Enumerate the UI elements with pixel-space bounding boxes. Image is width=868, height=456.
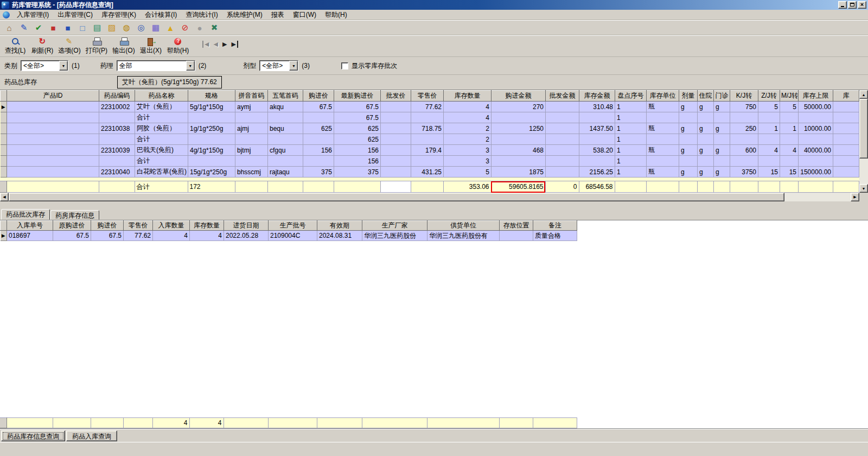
column-header[interactable]: 有效期 — [317, 221, 362, 231]
column-header[interactable]: 购进价 — [303, 91, 334, 102]
column-header[interactable]: 零售价 — [411, 91, 444, 102]
column-header[interactable]: 生产厂家 — [362, 221, 427, 231]
printer-red-icon[interactable]: ■ — [47, 22, 59, 34]
column-header[interactable]: 药品名称 — [135, 91, 188, 102]
maximize-button[interactable] — [848, 1, 857, 9]
menu-item-2[interactable]: 库存管理(K) — [97, 9, 141, 21]
column-header[interactable]: 盘点序号 — [615, 91, 647, 102]
next-record-button[interactable]: ▶ — [222, 41, 227, 48]
table-row[interactable]: 44 — [0, 418, 577, 428]
table-row[interactable]: 合计62521 — [1, 134, 859, 145]
vertical-scrollbar[interactable]: ▲ ▼ — [859, 90, 868, 193]
forbidden-icon[interactable]: ⊘ — [179, 22, 191, 34]
export-button[interactable]: 输出(O) — [110, 36, 137, 56]
magnifier-icon[interactable]: ◎ — [135, 22, 147, 34]
menu-item-7[interactable]: 窗口(W) — [289, 9, 321, 21]
menu-item-4[interactable]: 查询统计(I) — [181, 9, 222, 21]
scroll-left-icon[interactable]: ◀ — [0, 193, 9, 201]
category-select[interactable]: <全部> ▼ — [21, 60, 68, 71]
table-row[interactable]: ▶22310002艾叶（免煎）5g/1g*150gaymjakqu67.567.… — [1, 102, 859, 112]
close-button[interactable]: × — [858, 1, 866, 9]
prev-record-button[interactable]: ◀ — [213, 41, 218, 48]
monitor-icon[interactable]: □ — [76, 22, 88, 34]
column-header[interactable]: 库存金额 — [579, 91, 615, 102]
first-record-button[interactable]: ◀ — [202, 41, 209, 48]
table-row[interactable]: 合计15631 — [1, 156, 859, 167]
column-header[interactable]: 药品编码 — [99, 91, 135, 102]
scroll-right-icon[interactable]: ▶ — [851, 193, 859, 201]
menu-item-8[interactable]: 帮助(H) — [321, 9, 352, 21]
zero-stock-checkbox[interactable] — [341, 62, 348, 69]
refresh-button[interactable]: 刷新(R) — [29, 36, 56, 56]
column-header[interactable]: 库存数量 — [190, 221, 224, 231]
menu-item-5[interactable]: 系统维护(M) — [222, 9, 267, 21]
table-row[interactable]: 22310040白花蛇舌草(免煎)15g/1g*250gbhsscmjrajta… — [1, 167, 859, 178]
table-row[interactable]: 合计67.541 — [1, 112, 859, 123]
column-header[interactable] — [1, 221, 7, 231]
print-button[interactable]: 打印(P) — [83, 36, 110, 56]
calculator-icon[interactable]: ▦ — [150, 22, 162, 34]
column-header[interactable]: M/J转 — [780, 91, 799, 102]
column-header[interactable] — [1, 91, 7, 102]
horizontal-scroll-thumb[interactable] — [9, 193, 784, 201]
column-header[interactable]: 库 — [833, 91, 859, 102]
options-button[interactable]: 选项(O) — [56, 36, 83, 56]
last-record-button[interactable]: ▶ — [231, 41, 238, 48]
edit-document-icon[interactable]: ✎ — [18, 22, 30, 34]
table-row[interactable]: 22310039巴戟天(免煎)4g/1g*150gbjtmjcfgqu15615… — [1, 145, 859, 156]
column-header[interactable]: 入库单号 — [7, 221, 53, 231]
column-header[interactable]: 五笔首码 — [268, 91, 303, 102]
tab-batch-inventory[interactable]: 药品批次库存 — [1, 209, 50, 220]
approve-icon[interactable]: ✔ — [33, 22, 44, 34]
tab-inbound-query[interactable]: 药品入库查询 — [66, 430, 117, 441]
chevron-down-icon[interactable]: ▼ — [186, 61, 195, 71]
column-header[interactable]: 批发价 — [381, 91, 411, 102]
column-header[interactable]: 零售价 — [124, 221, 153, 231]
column-header[interactable]: 住院 — [698, 91, 714, 102]
dosage-form-select[interactable]: <全部> ▼ — [259, 60, 298, 71]
tab-pharmacy-inventory[interactable]: 药房库存信息 — [50, 210, 99, 220]
column-header[interactable]: 库存数量 — [444, 91, 492, 102]
horizontal-scrollbar[interactable]: ◀ ▶ — [0, 193, 859, 201]
sphere-icon[interactable]: ● — [194, 22, 206, 34]
column-header[interactable]: 最新购进价 — [334, 91, 381, 102]
column-header[interactable]: 批发金额 — [546, 91, 579, 102]
tab-inventory-query[interactable]: 药品库存信息查询 — [1, 430, 65, 441]
column-header[interactable]: 原购进价 — [53, 221, 91, 231]
column-header[interactable]: 进货日期 — [224, 221, 269, 231]
column-header[interactable]: 规格 — [188, 91, 235, 102]
minimize-button[interactable] — [838, 1, 847, 9]
column-header[interactable]: 购进价 — [91, 221, 124, 231]
column-header[interactable]: 库存单位 — [647, 91, 679, 102]
column-header[interactable]: 生产批号 — [269, 221, 317, 231]
column-header[interactable]: 存放位置 — [500, 221, 533, 231]
menu-item-3[interactable]: 会计核算(I) — [141, 9, 181, 21]
search-document-icon[interactable]: ▨ — [106, 22, 118, 34]
exit-door-icon[interactable]: ⌂ — [3, 22, 15, 34]
column-header[interactable]: 备注 — [533, 221, 577, 231]
coins-icon[interactable]: ◍ — [120, 22, 132, 34]
column-header[interactable]: K/J转 — [730, 91, 758, 102]
scroll-up-icon[interactable]: ▲ — [859, 90, 868, 99]
vertical-scroll-thumb[interactable] — [859, 99, 868, 159]
chevron-down-icon[interactable]: ▼ — [289, 61, 298, 71]
chevron-down-icon[interactable]: ▼ — [59, 61, 68, 71]
menu-item-6[interactable]: 报表 — [267, 9, 289, 21]
table-row[interactable]: ▶01869767.567.577.62442022.05.282109004C… — [1, 231, 577, 241]
save-icon[interactable]: ■ — [62, 22, 74, 34]
column-header[interactable]: 库存上限 — [799, 91, 833, 102]
pharmacology-select[interactable]: 全部 ▼ — [117, 60, 195, 71]
menu-item-0[interactable]: 入库管理(I) — [12, 9, 53, 21]
exit-button[interactable]: 退出(X) — [137, 36, 164, 56]
menu-item-1[interactable]: 出库管理(C) — [53, 9, 97, 21]
column-header[interactable]: 剂量 — [679, 91, 698, 102]
column-header[interactable]: 入库数量 — [153, 221, 190, 231]
column-header[interactable]: 门诊 — [714, 91, 730, 102]
thermometer-icon[interactable]: ▲ — [164, 22, 176, 34]
column-header[interactable]: 供货单位 — [427, 221, 500, 231]
column-header[interactable]: 拼音首码 — [235, 91, 268, 102]
column-header[interactable]: 产品ID — [7, 91, 99, 102]
scroll-down-icon[interactable]: ▼ — [859, 184, 868, 193]
table-row[interactable]: 22310038阿胶（免煎）1g/1g*250gajmjbequ62562571… — [1, 123, 859, 134]
ledger-icon[interactable]: ▤ — [91, 22, 103, 34]
